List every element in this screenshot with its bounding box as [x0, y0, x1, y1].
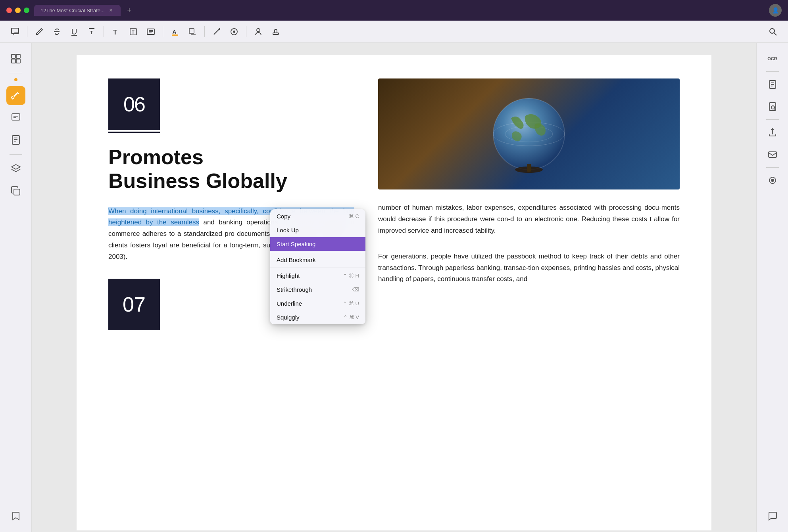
- right-sidebar-ocr[interactable]: OCR: [763, 49, 782, 68]
- svg-line-23: [774, 33, 776, 35]
- left-sidebar-separator-1: [10, 73, 22, 73]
- separator-3: [163, 26, 163, 37]
- stamp-icon[interactable]: [269, 25, 283, 39]
- sidebar-item-thumbnails[interactable]: [6, 49, 25, 68]
- underline-icon[interactable]: [67, 25, 81, 39]
- add-tab-button[interactable]: +: [124, 5, 135, 16]
- right-sidebar-record[interactable]: [763, 171, 782, 190]
- menu-underline-shortcut: ⌃ ⌘ U: [343, 300, 359, 306]
- svg-rect-26: [12, 59, 15, 63]
- menu-squiggly-label: Squiggly: [277, 314, 300, 321]
- svg-rect-25: [16, 54, 20, 58]
- right-sidebar-share[interactable]: [763, 123, 782, 142]
- menu-start-speaking-label: Start Speaking: [277, 241, 315, 247]
- menu-item-lookup[interactable]: Look Up: [270, 223, 365, 237]
- svg-rect-15: [191, 34, 196, 35]
- menu-item-squiggly[interactable]: Squiggly ⌃ ⌘ V: [270, 310, 365, 324]
- menu-strikethrough-label: Strikethrough: [277, 286, 312, 293]
- active-indicator: [14, 78, 17, 81]
- right-sidebar-separator-2: [766, 119, 779, 120]
- right-sidebar-email[interactable]: [763, 145, 782, 164]
- svg-rect-49: [769, 152, 776, 157]
- menu-squiggly-shortcut: ⌃ ⌘ V: [343, 314, 359, 320]
- person-icon[interactable]: [251, 25, 265, 39]
- sidebar-item-copy[interactable]: [6, 182, 25, 201]
- menu-item-start-speaking[interactable]: Start Speaking: [270, 237, 365, 251]
- pdf-page: 06 Promotes Business Globally When doing…: [77, 55, 711, 530]
- menu-item-highlight[interactable]: Highlight ⌃ ⌘ H: [270, 269, 365, 283]
- active-tab[interactable]: 12The Most Crucial Strate... ✕: [34, 5, 121, 16]
- left-sidebar-separator-2: [10, 154, 22, 155]
- sidebar-item-annotations[interactable]: [6, 108, 25, 127]
- line-tool-icon[interactable]: [209, 25, 224, 39]
- svg-point-22: [770, 29, 775, 33]
- menu-highlight-label: Highlight: [277, 272, 300, 279]
- sidebar-item-bookmarks[interactable]: [6, 130, 25, 149]
- shape-tool-icon[interactable]: [227, 25, 241, 39]
- chapter-number: 06: [123, 92, 145, 116]
- svg-rect-35: [14, 189, 20, 195]
- right-sidebar-document[interactable]: [763, 75, 782, 94]
- menu-copy-shortcut: ⌘ C: [349, 213, 359, 219]
- sidebar-item-bookmark[interactable]: [6, 507, 25, 526]
- right-sidebar-search-doc[interactable]: [763, 97, 782, 116]
- menu-separator-2: [270, 268, 365, 268]
- pdf-right-column: number of human mistakes, labor expenses…: [378, 78, 680, 507]
- tab-close-button[interactable]: ✕: [108, 7, 114, 13]
- ocr-label: OCR: [767, 56, 777, 61]
- separator-2: [104, 26, 104, 37]
- highlight-color-icon[interactable]: A: [168, 25, 182, 39]
- svg-point-51: [771, 179, 774, 182]
- menu-item-underline[interactable]: Underline ⌃ ⌘ U: [270, 297, 365, 310]
- svg-line-48: [774, 109, 775, 110]
- toolbar: T T T A: [0, 21, 788, 43]
- svg-rect-21: [273, 33, 279, 34]
- content-area: 06 Promotes Business Globally When doing…: [32, 43, 756, 532]
- right-sidebar: OCR: [756, 43, 788, 532]
- fill-icon[interactable]: [185, 25, 200, 39]
- menu-item-copy[interactable]: Copy ⌘ C: [270, 209, 365, 223]
- menu-item-add-bookmark[interactable]: Add Bookmark: [270, 253, 365, 267]
- main-layout: 06 Promotes Business Globally When doing…: [0, 43, 788, 532]
- highlighted-text-2: heightened by the seamless: [108, 218, 199, 226]
- menu-add-bookmark-label: Add Bookmark: [277, 256, 315, 263]
- title-bar: 12The Most Crucial Strate... ✕ + 👤: [0, 0, 788, 21]
- minimize-button[interactable]: [15, 8, 21, 13]
- svg-point-20: [257, 29, 260, 32]
- text-icon[interactable]: T: [109, 25, 123, 39]
- comment-icon[interactable]: [8, 25, 22, 39]
- pen-icon[interactable]: [32, 25, 46, 39]
- svg-text:A: A: [172, 29, 177, 35]
- svg-text:T: T: [132, 30, 135, 34]
- right-col-text-1: number of human mistakes, labor expenses…: [378, 202, 680, 237]
- list-icon[interactable]: [144, 25, 158, 39]
- right-sidebar-comment[interactable]: [763, 507, 782, 526]
- menu-item-strikethrough[interactable]: Strikethrough ⌫: [270, 283, 365, 297]
- menu-strikethrough-shortcut: ⌫: [352, 287, 359, 293]
- close-button[interactable]: [6, 8, 12, 13]
- separator-4: [204, 26, 205, 37]
- overline-icon[interactable]: T: [85, 25, 99, 39]
- menu-highlight-shortcut: ⌃ ⌘ H: [343, 273, 359, 279]
- title-line2: Business Globally: [108, 169, 287, 192]
- svg-point-17: [219, 28, 220, 30]
- menu-copy-label: Copy: [277, 213, 290, 220]
- right-sidebar-separator-3: [766, 167, 779, 168]
- separator-5: [246, 26, 246, 37]
- svg-text:T: T: [90, 30, 93, 35]
- strikethrough-icon[interactable]: [50, 25, 64, 39]
- maximize-button[interactable]: [24, 8, 29, 13]
- svg-text:T: T: [113, 29, 117, 36]
- sidebar-item-layers[interactable]: [6, 159, 25, 178]
- chapter-number-bottom: 07: [123, 293, 146, 316]
- sidebar-item-highlight[interactable]: [6, 86, 25, 105]
- svg-point-19: [233, 31, 235, 33]
- svg-point-47: [771, 106, 775, 109]
- menu-separator-1: [270, 252, 365, 252]
- text-box-icon[interactable]: T: [126, 25, 140, 39]
- svg-rect-28: [12, 114, 20, 120]
- right-sidebar-separator-1: [766, 71, 779, 72]
- title-line1: Promotes: [108, 145, 204, 168]
- search-icon[interactable]: [766, 25, 780, 39]
- svg-rect-27: [16, 59, 20, 63]
